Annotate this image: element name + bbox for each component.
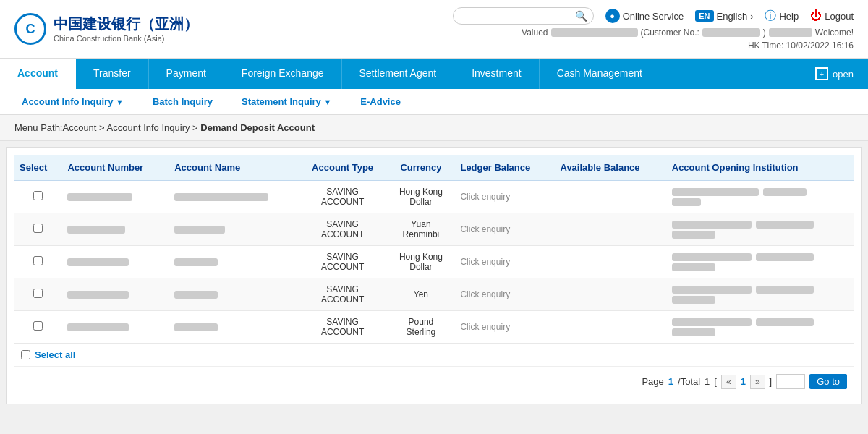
row5-currency: PoundSterling: [387, 311, 454, 344]
accounts-table: Select Account Number Account Name Accou…: [14, 155, 854, 344]
navbar: Account Transfer Payment Foreign Exchang…: [0, 59, 868, 89]
col-account-name: Account Name: [169, 155, 298, 181]
nav-item-account[interactable]: Account: [0, 59, 76, 89]
row1-available: [554, 181, 665, 213]
row5-account-name: [169, 311, 298, 344]
row5-available: [554, 311, 665, 344]
row1-account-type: SAVINGACCOUNT: [298, 181, 388, 213]
nav-item-settlement-agent[interactable]: Settlement Agent: [342, 59, 455, 89]
first-page-button[interactable]: «: [721, 375, 736, 389]
bracket-open: [: [714, 376, 717, 387]
row2-account-name: [169, 213, 298, 246]
goto-page-input[interactable]: [776, 374, 805, 389]
search-input[interactable]: [459, 11, 575, 22]
row4-account-name: [169, 278, 298, 311]
bracket-close: ]: [770, 376, 773, 387]
row2-institution: [666, 213, 854, 246]
nav-item-cash-management[interactable]: Cash Management: [540, 59, 660, 89]
header-right: 🔍 ● Online Service EN English › ⓘ Help ⏻…: [453, 7, 854, 51]
online-service-link[interactable]: ● Online Service: [605, 9, 684, 23]
row5-account-type: SAVINGACCOUNT: [298, 311, 388, 344]
search-icon[interactable]: 🔍: [575, 10, 587, 22]
logout-link[interactable]: ⏻ Logout: [810, 9, 854, 22]
table-row: SAVINGACCOUNT Yen Click enquiry: [14, 278, 854, 311]
language-label: English: [717, 11, 748, 22]
nav-item-investment[interactable]: Investment: [454, 59, 539, 89]
breadcrumb-current: Demand Deposit Account: [200, 122, 315, 133]
row5-ledger[interactable]: Click enquiry: [454, 311, 554, 344]
row5-checkbox[interactable]: [33, 321, 43, 331]
table-row: SAVINGACCOUNT Hong KongDollar Click enqu…: [14, 181, 854, 213]
nav-item-transfer[interactable]: Transfer: [76, 59, 149, 89]
row3-select: [14, 246, 61, 278]
col-opening-institution: Account Opening Institution: [666, 155, 854, 181]
hk-time: HK Time: 10/02/2022 16:16: [748, 41, 854, 51]
language-badge: EN: [695, 10, 713, 22]
customer-no-close: ): [763, 27, 766, 38]
help-icon: ⓘ: [765, 9, 776, 24]
row2-account-number: [61, 213, 169, 246]
row3-available: [554, 246, 665, 278]
row3-checkbox[interactable]: [33, 256, 43, 265]
row3-ledger[interactable]: Click enquiry: [454, 246, 554, 278]
online-service-label: Online Service: [623, 11, 684, 22]
row4-ledger[interactable]: Click enquiry: [454, 278, 554, 311]
row1-account-name: [169, 181, 298, 213]
bank-name-cn: 中国建设银行（亚洲）: [54, 14, 198, 33]
select-all-checkbox[interactable]: [21, 350, 30, 359]
subnav: Account Info Inquiry ▼ Batch Inquiry Sta…: [0, 89, 868, 115]
valued-label: Valued: [522, 27, 548, 38]
customer-no-label: (Customer No.:: [641, 27, 699, 38]
main-content: Select Account Number Account Name Accou…: [6, 147, 862, 404]
help-link[interactable]: ⓘ Help: [765, 9, 799, 24]
row2-checkbox[interactable]: [33, 224, 43, 233]
row4-institution: [666, 278, 854, 311]
language-selector[interactable]: EN English ›: [695, 10, 753, 22]
row4-available: [554, 278, 665, 311]
goto-button[interactable]: Go to: [809, 374, 847, 389]
nav-item-foreign-exchange[interactable]: Foreign Exchange: [224, 59, 342, 89]
row4-account-number: [61, 278, 169, 311]
row1-currency: Hong KongDollar: [387, 181, 454, 213]
row4-currency: Yen: [387, 278, 454, 311]
row2-ledger[interactable]: Click enquiry: [454, 213, 554, 246]
row5-account-number: [61, 311, 169, 344]
row1-select: [14, 181, 61, 213]
breadcrumb: Menu Path:Account > Account Info Inquiry…: [0, 115, 868, 141]
next-page-button[interactable]: »: [750, 375, 765, 389]
row3-account-type: SAVINGACCOUNT: [298, 246, 388, 278]
table-row: SAVINGACCOUNT Hong KongDollar Click enqu…: [14, 246, 854, 278]
chevron-down-icon: ▼: [116, 98, 124, 106]
row1-checkbox[interactable]: [33, 191, 43, 200]
subnav-e-advice[interactable]: E-Advice: [346, 89, 415, 114]
page-label: Page: [642, 376, 663, 387]
row4-checkbox[interactable]: [33, 289, 43, 298]
row4-account-type: SAVINGACCOUNT: [298, 278, 388, 311]
col-select: Select: [14, 155, 61, 181]
row1-ledger[interactable]: Click enquiry: [454, 181, 554, 213]
subnav-account-info-inquiry[interactable]: Account Info Inquiry ▼: [7, 89, 138, 114]
welcome-label: Welcome!: [815, 27, 854, 38]
select-all-row: Select all: [14, 344, 854, 366]
col-account-number: Account Number: [61, 155, 169, 181]
chevron-down-icon-2: ▼: [323, 98, 331, 106]
row1-account-number: [61, 181, 169, 213]
header: C 中国建设银行（亚洲） China Construction Bank (As…: [0, 0, 868, 59]
help-label: Help: [779, 11, 799, 22]
col-currency: Currency: [387, 155, 454, 181]
row2-currency: YuanRenminbi: [387, 213, 454, 246]
header-top-row: 🔍 ● Online Service EN English › ⓘ Help ⏻…: [453, 7, 854, 25]
row3-account-number: [61, 246, 169, 278]
nav-item-payment[interactable]: Payment: [149, 59, 224, 89]
customer-name-blurred: [551, 28, 638, 37]
total-pages: 1: [705, 376, 710, 387]
subnav-statement-inquiry[interactable]: Statement Inquiry ▼: [227, 89, 346, 114]
table-header-row: Select Account Number Account Name Accou…: [14, 155, 854, 181]
nav-open-button[interactable]: + open: [801, 59, 868, 89]
subnav-batch-inquiry[interactable]: Batch Inquiry: [138, 89, 227, 114]
row5-select: [14, 311, 61, 344]
col-ledger-balance: Ledger Balance: [454, 155, 554, 181]
search-box[interactable]: 🔍: [453, 7, 594, 25]
breadcrumb-path: Menu Path:Account > Account Info Inquiry…: [14, 122, 200, 133]
col-account-type: Account Type: [298, 155, 388, 181]
